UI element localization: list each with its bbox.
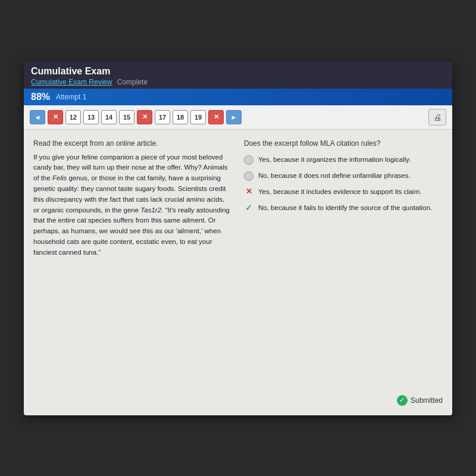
left-column: Read the excerpt from an online article.…: [33, 139, 232, 406]
score-percent: 88%: [31, 92, 50, 102]
nav-x-2[interactable]: ✕: [137, 110, 152, 124]
option-b-indicator: [244, 171, 253, 181]
option-c-text: Yes, because it includes evidence to sup…: [258, 187, 421, 197]
nav-x-3[interactable]: ✕: [208, 110, 224, 124]
nav-14[interactable]: 14: [101, 110, 117, 124]
next-btn[interactable]: ►: [226, 110, 242, 124]
nav-12[interactable]: 12: [65, 110, 81, 124]
attempt-label: Attempt 1: [56, 93, 86, 101]
option-a[interactable]: Yes, because it organizes the informatio…: [244, 155, 443, 165]
score-bar: 88% Attempt 1: [24, 89, 452, 105]
breadcrumb: Cumulative Exam Review Complete: [31, 78, 445, 86]
nav-x-1[interactable]: ✕: [48, 110, 63, 124]
option-a-indicator: [244, 155, 253, 165]
breadcrumb-current: Complete: [117, 78, 148, 86]
option-a-text: Yes, because it organizes the informatio…: [258, 155, 411, 165]
option-c[interactable]: ✕ Yes, because it includes evidence to s…: [244, 187, 443, 197]
print-btn[interactable]: 🖨: [428, 109, 446, 126]
nav-13[interactable]: 13: [83, 110, 99, 124]
nav-18[interactable]: 18: [173, 110, 188, 124]
nav-bar: ◄ ✕ 12 13 14 15 ✕ 17 18 19 ✕ ► 🖨: [24, 105, 452, 130]
option-b[interactable]: No, because it does not define unfamilia…: [244, 171, 443, 181]
option-c-indicator: ✕: [244, 187, 253, 197]
passage-text: If you give your feline companion a piec…: [33, 152, 232, 258]
right-column: Does the excerpt follow MLA citation rul…: [244, 139, 443, 406]
page-title: Cumulative Exam: [31, 66, 445, 77]
prev-btn[interactable]: ◄: [30, 110, 45, 124]
submitted-badge: ✓ Submitted: [397, 395, 443, 406]
nav-19[interactable]: 19: [190, 110, 206, 124]
option-d-text: No, because it fails to identify the sou…: [258, 203, 432, 213]
header: Cumulative Exam Cumulative Exam Review C…: [24, 61, 452, 89]
question-label: Does the excerpt follow MLA citation rul…: [244, 139, 443, 148]
option-b-text: No, because it does not define unfamilia…: [258, 171, 411, 181]
breadcrumb-link[interactable]: Cumulative Exam Review: [31, 78, 112, 86]
submitted-icon: ✓: [397, 395, 408, 406]
main-content: Read the excerpt from an online article.…: [24, 130, 452, 415]
nav-17[interactable]: 17: [155, 110, 170, 124]
submitted-text: Submitted: [411, 396, 443, 405]
passage-label: Read the excerpt from an online article.: [33, 139, 232, 148]
nav-15[interactable]: 15: [119, 110, 134, 124]
option-d[interactable]: ✓ No, because it fails to identify the s…: [244, 203, 443, 213]
option-d-indicator: ✓: [244, 203, 253, 213]
